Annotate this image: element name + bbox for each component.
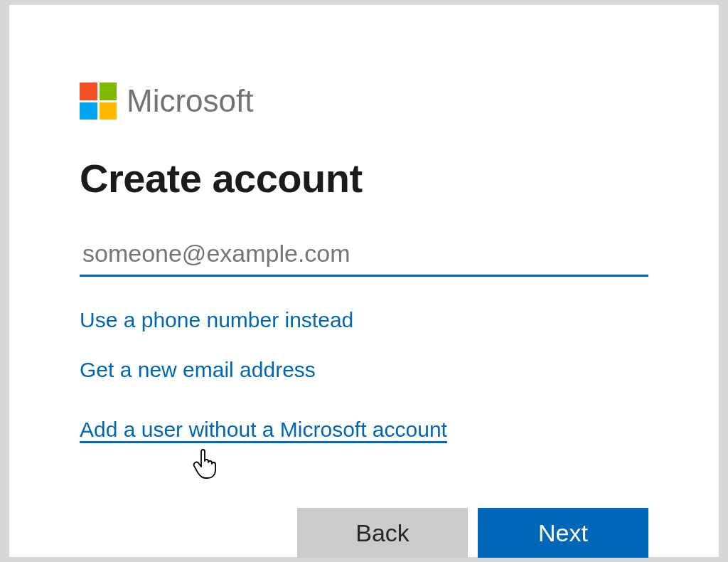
- use-phone-link[interactable]: Use a phone number instead: [80, 308, 353, 332]
- email-field[interactable]: [80, 235, 648, 277]
- create-account-dialog: Microsoft Create account Use a phone num…: [9, 4, 719, 558]
- brand-row: Microsoft: [80, 83, 648, 120]
- microsoft-logo-icon: [80, 83, 117, 120]
- next-button[interactable]: Next: [478, 508, 648, 558]
- brand-text: Microsoft: [127, 83, 253, 119]
- page-title: Create account: [80, 155, 648, 201]
- get-new-email-link[interactable]: Get a new email address: [80, 358, 316, 382]
- back-button[interactable]: Back: [297, 508, 468, 558]
- button-row: Back Next: [297, 508, 648, 558]
- add-user-without-account-link[interactable]: Add a user without a Microsoft account: [80, 418, 447, 442]
